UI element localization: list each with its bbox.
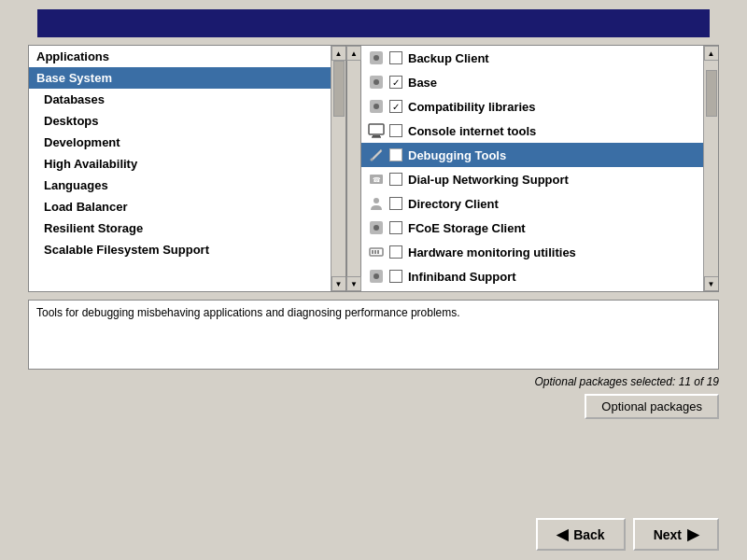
list-item-backup-client[interactable]: Backup Client	[361, 46, 703, 70]
middle-scroll-up[interactable]: ▲	[346, 46, 361, 61]
sidebar-item-desktops[interactable]: Desktops	[29, 110, 331, 132]
middle-scroll-down[interactable]: ▼	[346, 276, 361, 291]
scroll-thumb-left[interactable]	[333, 61, 345, 117]
sidebar-item-languages[interactable]: Languages	[29, 175, 331, 196]
middle-scroll-track	[347, 61, 360, 276]
left-list: Applications Base System Databases Deskt…	[29, 46, 331, 291]
label-infiniband-support: Infiniband Support	[408, 270, 516, 284]
checkbox-dialup-networking[interactable]	[389, 173, 402, 186]
back-button[interactable]: ◀ Back	[536, 518, 625, 551]
sidebar-item-development[interactable]: Development	[29, 132, 331, 153]
description-box: Tools for debugging misbehaving applicat…	[28, 300, 719, 370]
right-list: Backup Client ✓ Base	[361, 46, 703, 291]
right-scroll-thumb[interactable]	[706, 70, 717, 117]
list-item-directory-client[interactable]: Directory Client	[361, 191, 703, 216]
checkbox-console-internet-tools[interactable]	[389, 124, 402, 137]
right-panel: Backup Client ✓ Base	[361, 46, 718, 291]
checkbox-fcoe-storage-client[interactable]	[389, 221, 402, 234]
right-scroll-up-btn[interactable]: ▲	[704, 46, 719, 61]
svg-point-9	[371, 159, 374, 161]
optional-packages-info: Optional packages selected: 11 of 19	[28, 375, 719, 388]
checkbox-compatibility-libraries[interactable]: ✓	[389, 100, 402, 113]
scroll-down-btn[interactable]: ▼	[331, 276, 346, 291]
monitor-icon	[367, 121, 386, 140]
checkbox-directory-client[interactable]	[389, 197, 402, 210]
svg-point-3	[374, 79, 379, 85]
right-scrollbar[interactable]: ▲ ▼	[703, 46, 718, 291]
list-item-fcoe-storage-client[interactable]: FCoE Storage Client	[361, 216, 703, 240]
next-button[interactable]: Next ▶	[633, 518, 719, 551]
label-console-internet-tools: Console internet tools	[408, 124, 536, 138]
gear-icon	[367, 218, 386, 237]
sidebar-item-applications[interactable]: Applications	[29, 46, 331, 67]
sidebar-item-scalable-filesystem[interactable]: Scalable Filesystem Support	[29, 239, 331, 260]
left-scrollbar[interactable]: ▲ ▼	[331, 46, 345, 291]
scroll-track-left	[332, 61, 345, 276]
back-label: Back	[573, 527, 604, 542]
sidebar-item-load-balancer[interactable]: Load Balancer	[29, 196, 331, 217]
label-hardware-monitoring: Hardware monitoring utilities	[408, 245, 576, 259]
svg-rect-18	[377, 250, 379, 254]
svg-rect-17	[374, 250, 376, 254]
svg-point-14	[374, 225, 379, 231]
list-item-console-internet-tools[interactable]: Console internet tools	[361, 119, 703, 143]
svg-point-1	[374, 55, 379, 61]
optional-packages-count: Optional packages selected: 11 of 19	[535, 375, 719, 388]
next-arrow-icon: ▶	[687, 525, 698, 543]
sidebar-item-databases[interactable]: Databases	[29, 89, 331, 110]
checkbox-infiniband-support[interactable]	[389, 270, 402, 283]
right-scroll-down-btn[interactable]: ▼	[704, 276, 719, 291]
list-item-dialup-networking[interactable]: ☎ Dial-up Networking Support	[361, 167, 703, 191]
sidebar-item-high-availability[interactable]: High Availability	[29, 153, 331, 175]
description-text: Tools for debugging misbehaving applicat…	[36, 306, 460, 319]
label-compatibility-libraries: Compatibility libraries	[408, 100, 536, 114]
list-item-compatibility-libraries[interactable]: ✓ Compatibility libraries	[361, 94, 703, 119]
phone-icon: ☎	[367, 170, 386, 189]
label-base: Base	[408, 76, 437, 90]
gear-icon	[367, 97, 386, 116]
label-backup-client: Backup Client	[408, 51, 489, 65]
gear-icon	[367, 49, 386, 67]
hardware-icon	[367, 243, 386, 261]
list-item-infiniband-support[interactable]: Infiniband Support	[361, 264, 703, 288]
checkbox-debugging-tools[interactable]: ✓	[389, 148, 402, 161]
header-bar	[37, 9, 710, 37]
optional-packages-button[interactable]: Optional packages	[585, 394, 719, 419]
sidebar-item-base-system[interactable]: Base System	[29, 67, 331, 89]
list-item-hardware-monitoring[interactable]: Hardware monitoring utilities	[361, 240, 703, 264]
label-dialup-networking: Dial-up Networking Support	[408, 173, 569, 187]
list-item-base[interactable]: ✓ Base	[361, 70, 703, 94]
list-item-debugging-tools[interactable]: ✓ Debugging Tools	[361, 143, 703, 167]
scroll-up-btn[interactable]: ▲	[331, 46, 346, 61]
label-directory-client: Directory Client	[408, 197, 499, 211]
optional-btn-row: Optional packages	[28, 394, 719, 419]
svg-point-5	[374, 104, 379, 109]
middle-divider: ▲ ▼	[346, 46, 361, 291]
checkbox-backup-client[interactable]	[389, 51, 402, 64]
sidebar-item-resilient-storage[interactable]: Resilient Storage	[29, 217, 331, 239]
svg-point-12	[374, 198, 379, 203]
checkbox-base[interactable]: ✓	[389, 76, 402, 89]
nav-buttons: ◀ Back Next ▶	[536, 518, 719, 551]
svg-point-20	[374, 273, 379, 279]
svg-rect-16	[372, 250, 374, 254]
left-panel: Applications Base System Databases Deskt…	[29, 46, 346, 291]
right-scroll-track	[705, 61, 718, 276]
checkbox-hardware-monitoring[interactable]	[389, 245, 402, 259]
wrench-icon	[367, 146, 386, 164]
main-container: Applications Base System Databases Deskt…	[28, 45, 719, 292]
person-icon	[367, 194, 386, 213]
svg-rect-6	[369, 124, 384, 134]
back-arrow-icon: ◀	[557, 525, 568, 543]
label-debugging-tools: Debugging Tools	[408, 148, 506, 162]
next-label: Next	[654, 527, 682, 542]
network-icon	[367, 267, 386, 286]
label-fcoe-storage-client: FCoE Storage Client	[408, 221, 526, 235]
svg-text:☎: ☎	[373, 176, 381, 183]
gear-icon	[367, 73, 386, 91]
